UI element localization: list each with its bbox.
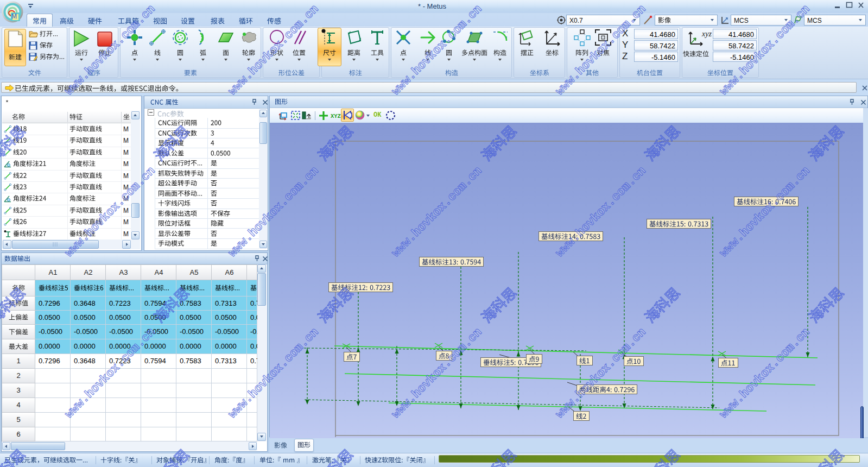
svg-text:XYZ: XYZ	[331, 113, 341, 119]
